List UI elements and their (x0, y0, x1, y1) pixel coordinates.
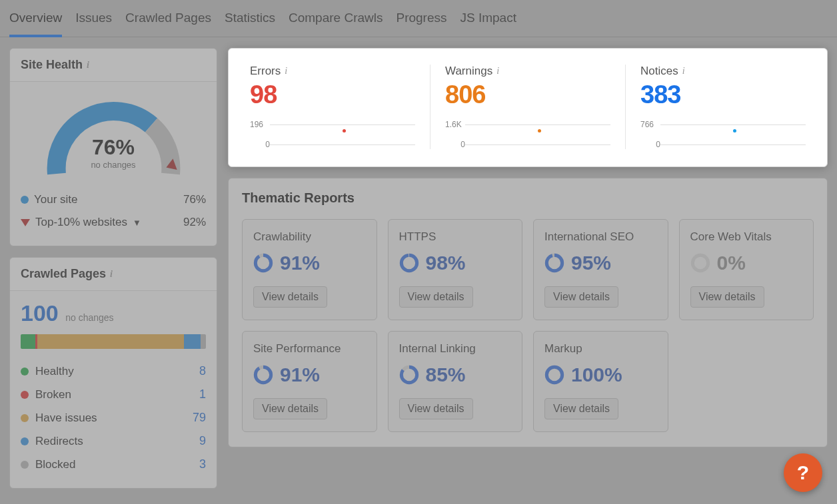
report-percentage: 0% (717, 252, 746, 274)
tab-issues[interactable]: Issues (75, 7, 112, 37)
warnings-label: Warnings (445, 65, 492, 78)
legend-row[interactable]: Top-10% websites▼92% (21, 211, 206, 234)
status-dot-icon (21, 461, 29, 469)
info-icon[interactable]: i (87, 60, 89, 71)
notices-label: Notices (640, 65, 678, 78)
bar-segment (184, 334, 201, 349)
status-dot-icon (21, 414, 29, 422)
view-details-button[interactable]: View details (399, 286, 473, 308)
donut-icon (544, 253, 564, 273)
crawl-breakdown-row[interactable]: Blocked3 (21, 453, 206, 476)
status-label: Blocked (35, 458, 75, 471)
report-percentage: 91% (280, 252, 320, 274)
crawl-breakdown-row[interactable]: Redirects9 (21, 429, 206, 453)
status-count: 79 (193, 411, 206, 425)
donut-icon (399, 253, 419, 273)
legend-value: 92% (183, 216, 206, 229)
report-title: HTTPS (399, 230, 512, 244)
view-details-button[interactable]: View details (253, 286, 327, 308)
bar-segment (21, 334, 35, 349)
site-health-gauge: 76% no changes (42, 95, 185, 182)
axis-tick: 766 (640, 120, 660, 129)
info-icon[interactable]: i (110, 269, 113, 280)
status-count: 8 (199, 364, 206, 378)
report-percentage: 95% (571, 252, 611, 274)
report-title: Site Performance (253, 342, 366, 356)
legend-value: 76% (183, 193, 206, 206)
notices-sparkline: 766 0 (640, 120, 806, 149)
status-count: 9 (199, 434, 206, 448)
gauge-subtext: no changes (42, 160, 185, 170)
crawl-breakdown-row[interactable]: Have issues79 (21, 406, 206, 429)
notices-value[interactable]: 383 (640, 81, 806, 109)
crawl-breakdown-row[interactable]: Healthy8 (21, 360, 206, 383)
report-title: International SEO (544, 230, 657, 244)
bar-segment (201, 334, 206, 349)
report-card: HTTPS98%View details (388, 219, 523, 320)
donut-icon (399, 365, 419, 385)
info-icon[interactable]: i (682, 66, 685, 77)
tab-statistics[interactable]: Statistics (225, 7, 275, 37)
svg-point-5 (546, 255, 562, 270)
donut-icon (253, 365, 273, 385)
report-percentage: 91% (280, 364, 320, 386)
tab-overview[interactable]: Overview (9, 7, 62, 37)
info-icon[interactable]: i (285, 66, 287, 77)
svg-point-9 (255, 367, 271, 382)
help-button[interactable]: ? (784, 453, 822, 492)
spark-dot (733, 129, 736, 132)
status-label: Have issues (35, 411, 97, 425)
spark-dot (538, 129, 541, 132)
report-card: Internal Linking85%View details (388, 331, 523, 432)
report-percentage: 98% (426, 252, 466, 274)
crawled-count[interactable]: 100 (21, 300, 59, 326)
donut-icon (690, 253, 710, 273)
status-label: Healthy (35, 365, 74, 378)
status-label: Redirects (35, 435, 83, 448)
report-title: Core Web Vitals (690, 230, 803, 244)
report-card: Core Web Vitals0%View details (679, 219, 814, 320)
axis-tick: 0 (640, 140, 660, 149)
tab-compare-crawls[interactable]: Compare Crawls (289, 7, 383, 37)
bar-segment (37, 334, 184, 349)
thematic-heading: Thematic Reports (242, 190, 814, 206)
legend-dot-icon (21, 196, 29, 204)
info-icon[interactable]: i (496, 66, 499, 77)
report-card: Site Performance91%View details (242, 331, 377, 432)
view-details-button[interactable]: View details (253, 398, 327, 419)
view-details-button[interactable]: View details (544, 398, 618, 419)
issues-summary-card: Errors i 98 196 0 Warnings i 806 1 (228, 48, 828, 167)
report-title: Internal Linking (399, 342, 512, 356)
view-details-button[interactable]: View details (544, 286, 618, 308)
view-details-button[interactable]: View details (399, 398, 473, 419)
legend-row: Your site76% (21, 188, 206, 211)
svg-point-1 (255, 255, 271, 270)
status-dot-icon (21, 391, 29, 399)
thematic-reports-panel: Thematic Reports Crawlability91%View det… (228, 178, 828, 447)
view-details-button[interactable]: View details (690, 286, 764, 308)
report-title: Crawlability (253, 230, 366, 244)
tab-js-impact[interactable]: JS Impact (460, 7, 516, 37)
crawl-breakdown-row[interactable]: Broken1 (21, 383, 206, 406)
spark-dot (343, 129, 346, 132)
crawled-breakdown-bar (21, 334, 206, 349)
chevron-down-icon[interactable]: ▼ (133, 218, 141, 228)
gauge-value: 76% (42, 135, 185, 160)
legend-label: Your site (34, 193, 78, 206)
main-tabs: OverviewIssuesCrawled PagesStatisticsCom… (0, 0, 837, 37)
tab-crawled-pages[interactable]: Crawled Pages (125, 7, 211, 37)
errors-sparkline: 196 0 (250, 120, 415, 149)
site-health-title: Site Health (21, 58, 83, 72)
axis-tick: 1.6K (445, 120, 465, 129)
report-title: Markup (544, 342, 657, 356)
donut-icon (253, 253, 273, 273)
errors-value[interactable]: 98 (250, 81, 415, 109)
legend-label: Top-10% websites (35, 216, 127, 229)
report-card: Markup100%View details (533, 331, 668, 432)
tab-progress[interactable]: Progress (396, 7, 446, 37)
status-count: 1 (199, 387, 206, 401)
warnings-value[interactable]: 806 (445, 81, 610, 109)
errors-label: Errors (250, 65, 281, 78)
report-card: Crawlability91%View details (242, 219, 377, 320)
donut-icon (544, 365, 564, 385)
